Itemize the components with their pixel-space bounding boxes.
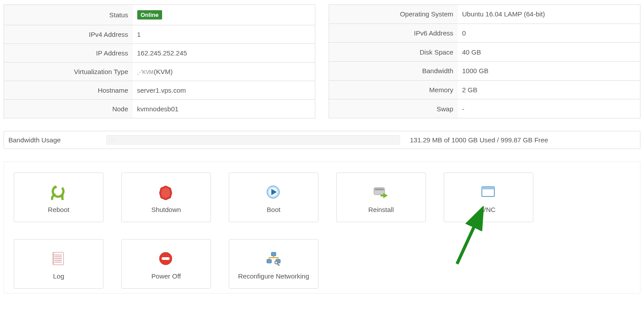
info-value: kvmnodesb01: [133, 100, 315, 118]
info-label: Operating System: [329, 5, 458, 24]
info-value: -: [458, 99, 640, 118]
action-label: Boot: [267, 206, 281, 213]
info-label: Hostname: [4, 81, 133, 100]
server-info-left-table: StatusOnlineIPv4 Address1IP Address162.2…: [4, 4, 315, 118]
info-label: IPv4 Address: [4, 25, 133, 44]
info-row-right-2: Disk Space40 GB: [329, 43, 640, 62]
poweroff-icon: [159, 248, 174, 270]
info-row-left-1: IPv4 Address1: [4, 25, 315, 44]
info-value: Online: [133, 5, 315, 25]
info-row-right-1: IPv6 Address0: [329, 24, 640, 43]
action-label: Reinstall: [368, 206, 394, 213]
info-value: 2 GB: [458, 80, 640, 99]
action-label: Reboot: [48, 206, 69, 213]
action-label: Power Off: [151, 272, 181, 280]
actions-grid: RebootShutdownBootReinstallVNCLogPower O…: [14, 173, 630, 289]
info-label: IP Address: [4, 44, 133, 63]
server-info-tables: StatusOnlineIPv4 Address1IP Address162.2…: [4, 4, 640, 118]
info-label: Memory: [329, 80, 458, 99]
vnc-button[interactable]: VNC: [444, 173, 533, 222]
info-row-right-5: Swap-: [329, 99, 640, 118]
poweroff-button[interactable]: Power Off: [121, 239, 211, 289]
info-value: 40 GB: [458, 43, 640, 62]
info-label: Virtualization Type: [4, 63, 133, 81]
info-row-right-0: Operating SystemUbuntu 16.04 LAMP (64-bi…: [329, 5, 640, 24]
info-row-left-4: Hostnameserver1.vps.com: [4, 81, 315, 100]
boot-button[interactable]: Boot: [229, 173, 318, 222]
reboot-icon: [51, 182, 66, 203]
bandwidth-progress-wrap: 0%: [106, 131, 400, 149]
info-row-left-0: StatusOnline: [4, 5, 315, 25]
boot-icon: [266, 182, 281, 203]
action-label: Log: [53, 272, 64, 280]
bandwidth-progress-fill: 0%: [106, 135, 109, 145]
info-row-right-3: Bandwidth1000 GB: [329, 61, 640, 80]
info-label: Bandwidth: [329, 61, 458, 80]
action-label: Reconfigure Networking: [238, 272, 309, 280]
bandwidth-usage-label: Bandwidth Usage: [4, 131, 106, 149]
log-icon: [51, 248, 66, 270]
info-label: Swap: [329, 99, 458, 118]
status-badge: Online: [137, 10, 162, 20]
vnc-icon: [481, 182, 496, 203]
info-label: IPv6 Address: [329, 24, 458, 43]
info-label: Status: [4, 5, 133, 25]
shutdown-icon: [159, 182, 174, 203]
info-row-left-3: Virtualization Type⋰KVM(KVM): [4, 63, 315, 81]
info-row-left-5: Nodekvmnodesb01: [4, 100, 315, 118]
server-info-right-table: Operating SystemUbuntu 16.04 LAMP (64-bi…: [329, 4, 640, 118]
info-value: server1.vps.com: [133, 81, 315, 100]
reboot-button[interactable]: Reboot: [14, 173, 103, 222]
action-label: Shutdown: [151, 206, 181, 213]
actions-panel: RebootShutdownBootReinstallVNCLogPower O…: [4, 161, 640, 294]
reconfigure-networking-button[interactable]: Reconfigure Networking: [229, 239, 318, 289]
info-value: 1000 GB: [458, 61, 640, 80]
kvm-logo-icon: ⋰KVM: [137, 69, 154, 75]
reinstall-icon: [374, 182, 389, 203]
bandwidth-progress-bar: 0%: [106, 135, 400, 145]
shutdown-button[interactable]: Shutdown: [121, 173, 211, 222]
reinstall-button[interactable]: Reinstall: [336, 173, 426, 222]
info-row-right-4: Memory2 GB: [329, 80, 640, 99]
info-value: 1: [133, 25, 315, 44]
reconfigure-networking-icon: [266, 248, 281, 270]
log-button[interactable]: Log: [14, 239, 103, 289]
info-label: Disk Space: [329, 43, 458, 62]
info-value: 0: [458, 24, 640, 43]
bandwidth-usage-summary: 131.29 MB of 1000 GB Used / 999.87 GB Fr…: [400, 131, 640, 149]
action-label: VNC: [481, 206, 496, 213]
info-value: ⋰KVM(KVM): [133, 63, 315, 81]
info-value: Ubuntu 16.04 LAMP (64-bit): [458, 5, 640, 24]
info-label: Node: [4, 100, 133, 118]
info-row-left-2: IP Address162.245.252.245: [4, 44, 315, 63]
info-value: 162.245.252.245: [133, 44, 315, 63]
bandwidth-usage-row: Bandwidth Usage 0% 131.29 MB of 1000 GB …: [4, 131, 640, 149]
